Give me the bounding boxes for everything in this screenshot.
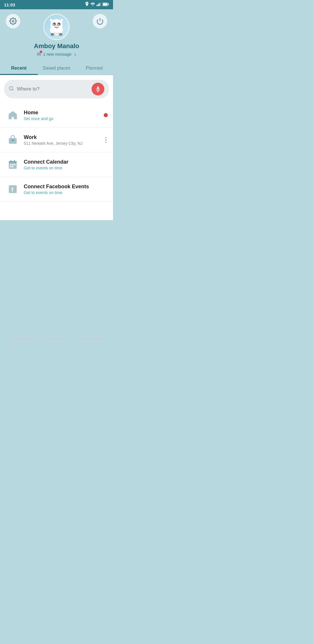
list-item-work[interactable]: Work 511 Newark Ave, Jersey City, NJ: [0, 128, 113, 152]
list-item-facebook[interactable]: f Connect Facebook Events Get to events …: [0, 177, 113, 202]
work-text: Work 511 Newark Ave, Jersey City, NJ: [24, 134, 104, 146]
tab-recent[interactable]: Recent: [0, 61, 38, 75]
svg-rect-30: [10, 164, 12, 166]
svg-rect-6: [103, 3, 107, 6]
tab-planned[interactable]: Planned: [75, 61, 113, 75]
header: Amboy Manalo ✉ 1 new message ›: [0, 9, 113, 61]
status-bar: 11:03: [0, 0, 113, 9]
svg-point-7: [12, 20, 14, 22]
facebook-text: Connect Facebook Events Get to events on…: [24, 184, 108, 195]
nav-indicator-3: [80, 339, 103, 340]
calendar-icon: [5, 157, 20, 172]
home-action: [104, 113, 108, 117]
message-arrow: ›: [74, 51, 76, 57]
svg-rect-2: [99, 3, 100, 6]
user-name: Amboy Manalo: [34, 42, 79, 50]
message-row[interactable]: ✉ 1 new message ›: [37, 51, 76, 57]
svg-rect-5: [108, 4, 109, 5]
facebook-subtitle: Get to events on time: [24, 190, 108, 195]
work-subtitle: 511 Newark Ave, Jersey City, NJ: [24, 141, 104, 146]
signal-icon: [97, 2, 101, 7]
search-container: [0, 75, 113, 103]
svg-point-18: [50, 33, 54, 36]
header-buttons: [0, 14, 113, 28]
svg-text:f: f: [11, 187, 13, 193]
calendar-subtitle: Get to events on time: [24, 166, 108, 170]
work-title: Work: [24, 134, 104, 140]
calendar-text: Connect Calendar Get to events on time: [24, 159, 108, 170]
battery-icon: [103, 2, 109, 7]
svg-point-20: [9, 86, 13, 90]
home-red-dot: [104, 113, 108, 117]
location-icon: [85, 2, 89, 8]
facebook-title: Connect Facebook Events: [24, 184, 108, 190]
svg-rect-27: [9, 161, 17, 163]
message-dot: [40, 50, 42, 53]
dot3: [105, 142, 107, 143]
main-content: Home Set once and go Work 511 Newark Ave…: [0, 75, 113, 220]
svg-point-19: [59, 33, 63, 36]
work-icon: [5, 132, 20, 147]
settings-button[interactable]: [6, 14, 20, 28]
nav-indicator-1: [10, 339, 33, 340]
nav-indicators: [0, 336, 113, 342]
work-more-button[interactable]: [104, 136, 108, 144]
list-item-home[interactable]: Home Set once and go: [0, 103, 113, 128]
calendar-title: Connect Calendar: [24, 159, 108, 165]
home-icon: [5, 108, 20, 123]
nav-indicator-2: [45, 339, 68, 340]
svg-rect-33: [10, 166, 12, 167]
power-button[interactable]: [93, 14, 107, 28]
search-input[interactable]: [17, 86, 89, 92]
status-icons: [85, 2, 109, 8]
status-time: 11:03: [4, 2, 15, 7]
message-icon: ✉: [37, 51, 41, 57]
svg-rect-1: [98, 4, 99, 6]
svg-rect-3: [100, 3, 101, 6]
message-text: 1 new message: [43, 52, 71, 57]
svg-rect-32: [14, 164, 16, 166]
svg-rect-25: [12, 140, 14, 141]
tab-saved-places[interactable]: Saved places: [38, 61, 75, 75]
list-item-calendar[interactable]: Connect Calendar Get to events on time: [0, 152, 113, 177]
dot2: [105, 139, 107, 141]
tabs-container: Recent Saved places Planned: [0, 61, 113, 75]
svg-line-21: [12, 89, 13, 90]
facebook-icon: f: [5, 182, 20, 197]
home-title: Home: [24, 110, 104, 116]
home-text: Home Set once and go: [24, 110, 104, 121]
search-bar: [4, 80, 109, 98]
svg-rect-31: [12, 164, 14, 166]
bottom-area: [0, 220, 113, 336]
svg-rect-0: [97, 5, 97, 6]
voice-button[interactable]: [92, 83, 104, 95]
svg-rect-34: [12, 166, 14, 167]
home-subtitle: Set once and go: [24, 116, 104, 121]
dot1: [105, 137, 107, 138]
wifi-icon: [90, 2, 95, 7]
search-icon: [9, 86, 14, 93]
